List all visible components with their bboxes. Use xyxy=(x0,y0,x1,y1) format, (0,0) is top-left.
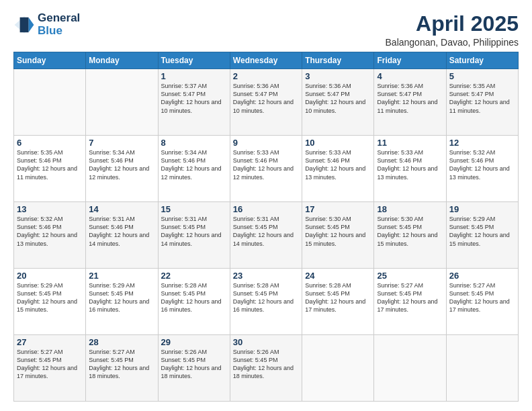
weekday-header-thursday: Thursday xyxy=(302,52,374,69)
calendar-cell: 3Sunrise: 5:36 AM Sunset: 5:47 PM Daylig… xyxy=(302,69,374,136)
calendar-cell: 14Sunrise: 5:31 AM Sunset: 5:46 PM Dayli… xyxy=(86,202,158,269)
svg-marker-2 xyxy=(20,17,29,32)
day-info: Sunrise: 5:33 AM Sunset: 5:46 PM Dayligh… xyxy=(377,148,443,181)
day-info: Sunrise: 5:30 AM Sunset: 5:45 PM Dayligh… xyxy=(377,215,443,248)
calendar-cell: 7Sunrise: 5:34 AM Sunset: 5:46 PM Daylig… xyxy=(86,136,158,202)
calendar-cell xyxy=(14,69,86,136)
calendar-cell xyxy=(302,335,374,402)
day-info: Sunrise: 5:27 AM Sunset: 5:45 PM Dayligh… xyxy=(89,348,154,381)
day-info: Sunrise: 5:31 AM Sunset: 5:45 PM Dayligh… xyxy=(233,215,299,248)
calendar-cell: 5Sunrise: 5:35 AM Sunset: 5:47 PM Daylig… xyxy=(446,69,518,136)
subtitle: Balangonan, Davao, Philippines xyxy=(386,37,519,48)
day-info: Sunrise: 5:29 AM Sunset: 5:45 PM Dayligh… xyxy=(17,281,83,314)
weekday-header-saturday: Saturday xyxy=(446,52,518,69)
calendar-cell: 24Sunrise: 5:28 AM Sunset: 5:45 PM Dayli… xyxy=(302,269,374,335)
weekday-header-monday: Monday xyxy=(86,52,158,69)
day-info: Sunrise: 5:28 AM Sunset: 5:45 PM Dayligh… xyxy=(305,281,371,314)
day-info: Sunrise: 5:33 AM Sunset: 5:46 PM Dayligh… xyxy=(233,148,299,181)
calendar-cell: 8Sunrise: 5:34 AM Sunset: 5:46 PM Daylig… xyxy=(158,136,230,202)
day-number: 17 xyxy=(305,204,371,214)
day-info: Sunrise: 5:31 AM Sunset: 5:46 PM Dayligh… xyxy=(89,215,154,248)
day-number: 25 xyxy=(377,271,443,281)
day-info: Sunrise: 5:36 AM Sunset: 5:47 PM Dayligh… xyxy=(305,82,371,115)
day-number: 23 xyxy=(233,271,299,281)
day-info: Sunrise: 5:26 AM Sunset: 5:45 PM Dayligh… xyxy=(233,348,299,381)
day-number: 12 xyxy=(449,138,515,148)
weekday-header-friday: Friday xyxy=(374,52,446,69)
calendar-cell: 15Sunrise: 5:31 AM Sunset: 5:45 PM Dayli… xyxy=(158,202,230,269)
calendar-cell xyxy=(446,335,518,402)
day-number: 19 xyxy=(449,204,515,214)
weekday-header-sunday: Sunday xyxy=(14,52,86,69)
day-info: Sunrise: 5:35 AM Sunset: 5:47 PM Dayligh… xyxy=(449,82,515,115)
day-info: Sunrise: 5:26 AM Sunset: 5:45 PM Dayligh… xyxy=(161,348,227,381)
calendar-cell: 23Sunrise: 5:28 AM Sunset: 5:45 PM Dayli… xyxy=(230,269,302,335)
day-number: 2 xyxy=(233,71,299,81)
title-block: April 2025 Balangonan, Davao, Philippine… xyxy=(386,12,519,48)
calendar-week-row: 6Sunrise: 5:35 AM Sunset: 5:46 PM Daylig… xyxy=(14,136,519,202)
calendar-cell: 30Sunrise: 5:26 AM Sunset: 5:45 PM Dayli… xyxy=(230,335,302,402)
day-info: Sunrise: 5:36 AM Sunset: 5:47 PM Dayligh… xyxy=(233,82,299,115)
day-info: Sunrise: 5:37 AM Sunset: 5:47 PM Dayligh… xyxy=(161,82,227,115)
calendar-cell: 27Sunrise: 5:27 AM Sunset: 5:45 PM Dayli… xyxy=(14,335,86,402)
main-title: April 2025 xyxy=(386,12,519,36)
calendar-cell: 20Sunrise: 5:29 AM Sunset: 5:45 PM Dayli… xyxy=(14,269,86,335)
calendar-cell: 16Sunrise: 5:31 AM Sunset: 5:45 PM Dayli… xyxy=(230,202,302,269)
day-number: 18 xyxy=(377,204,443,214)
calendar-cell: 11Sunrise: 5:33 AM Sunset: 5:46 PM Dayli… xyxy=(374,136,446,202)
day-number: 4 xyxy=(377,71,443,81)
calendar-cell: 1Sunrise: 5:37 AM Sunset: 5:47 PM Daylig… xyxy=(158,69,230,136)
day-info: Sunrise: 5:36 AM Sunset: 5:47 PM Dayligh… xyxy=(377,82,443,115)
logo-icon xyxy=(13,14,35,36)
calendar-table: SundayMondayTuesdayWednesdayThursdayFrid… xyxy=(13,52,519,402)
calendar-week-row: 1Sunrise: 5:37 AM Sunset: 5:47 PM Daylig… xyxy=(14,69,519,136)
calendar-cell: 6Sunrise: 5:35 AM Sunset: 5:46 PM Daylig… xyxy=(14,136,86,202)
day-number: 28 xyxy=(89,337,154,347)
day-info: Sunrise: 5:30 AM Sunset: 5:45 PM Dayligh… xyxy=(305,215,371,248)
day-info: Sunrise: 5:27 AM Sunset: 5:45 PM Dayligh… xyxy=(449,281,515,314)
day-info: Sunrise: 5:27 AM Sunset: 5:45 PM Dayligh… xyxy=(17,348,83,381)
calendar-cell: 17Sunrise: 5:30 AM Sunset: 5:45 PM Dayli… xyxy=(302,202,374,269)
header: GeneralBlue April 2025 Balangonan, Davao… xyxy=(13,12,519,48)
calendar-cell: 12Sunrise: 5:32 AM Sunset: 5:46 PM Dayli… xyxy=(446,136,518,202)
day-number: 20 xyxy=(17,271,83,281)
calendar-cell: 9Sunrise: 5:33 AM Sunset: 5:46 PM Daylig… xyxy=(230,136,302,202)
day-info: Sunrise: 5:34 AM Sunset: 5:46 PM Dayligh… xyxy=(89,148,154,181)
calendar-week-row: 20Sunrise: 5:29 AM Sunset: 5:45 PM Dayli… xyxy=(14,269,519,335)
svg-marker-1 xyxy=(28,17,34,32)
page: GeneralBlue April 2025 Balangonan, Davao… xyxy=(0,0,532,411)
day-number: 24 xyxy=(305,271,371,281)
calendar-cell: 26Sunrise: 5:27 AM Sunset: 5:45 PM Dayli… xyxy=(446,269,518,335)
day-number: 27 xyxy=(17,337,83,347)
day-info: Sunrise: 5:34 AM Sunset: 5:46 PM Dayligh… xyxy=(161,148,227,181)
day-number: 26 xyxy=(449,271,515,281)
calendar-cell xyxy=(374,335,446,402)
day-number: 1 xyxy=(161,71,227,81)
day-number: 16 xyxy=(233,204,299,214)
day-number: 22 xyxy=(161,271,227,281)
logo: GeneralBlue xyxy=(13,12,80,37)
day-info: Sunrise: 5:27 AM Sunset: 5:45 PM Dayligh… xyxy=(377,281,443,314)
calendar-cell: 22Sunrise: 5:28 AM Sunset: 5:45 PM Dayli… xyxy=(158,269,230,335)
day-info: Sunrise: 5:32 AM Sunset: 5:46 PM Dayligh… xyxy=(17,215,83,248)
day-info: Sunrise: 5:31 AM Sunset: 5:45 PM Dayligh… xyxy=(161,215,227,248)
calendar-cell: 19Sunrise: 5:29 AM Sunset: 5:45 PM Dayli… xyxy=(446,202,518,269)
calendar-cell: 13Sunrise: 5:32 AM Sunset: 5:46 PM Dayli… xyxy=(14,202,86,269)
calendar-cell: 25Sunrise: 5:27 AM Sunset: 5:45 PM Dayli… xyxy=(374,269,446,335)
calendar-cell: 28Sunrise: 5:27 AM Sunset: 5:45 PM Dayli… xyxy=(86,335,158,402)
day-number: 29 xyxy=(161,337,227,347)
calendar-cell: 18Sunrise: 5:30 AM Sunset: 5:45 PM Dayli… xyxy=(374,202,446,269)
day-number: 8 xyxy=(161,138,227,148)
weekday-header-wednesday: Wednesday xyxy=(230,52,302,69)
calendar-cell xyxy=(86,69,158,136)
day-number: 14 xyxy=(89,204,154,214)
calendar-week-row: 27Sunrise: 5:27 AM Sunset: 5:45 PM Dayli… xyxy=(14,335,519,402)
day-info: Sunrise: 5:29 AM Sunset: 5:45 PM Dayligh… xyxy=(89,281,154,314)
logo-text: GeneralBlue xyxy=(38,12,80,37)
day-number: 6 xyxy=(17,138,83,148)
day-number: 15 xyxy=(161,204,227,214)
day-info: Sunrise: 5:28 AM Sunset: 5:45 PM Dayligh… xyxy=(161,281,227,314)
calendar-cell: 4Sunrise: 5:36 AM Sunset: 5:47 PM Daylig… xyxy=(374,69,446,136)
calendar-header-row: SundayMondayTuesdayWednesdayThursdayFrid… xyxy=(14,52,519,69)
calendar-cell: 21Sunrise: 5:29 AM Sunset: 5:45 PM Dayli… xyxy=(86,269,158,335)
